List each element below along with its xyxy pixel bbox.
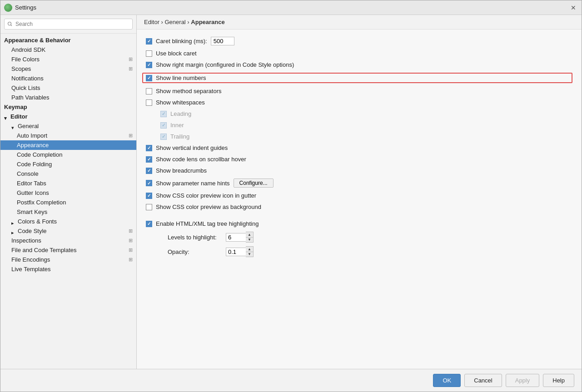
sidebar: Appearance & Behavior Android SDK File C… bbox=[0, 15, 137, 369]
sidebar-item-file-encodings[interactable]: File Encodings ⊞ bbox=[0, 255, 136, 264]
sidebar-item-console[interactable]: Console bbox=[0, 169, 136, 179]
sidebar-item-appearance-behavior: Appearance & Behavior bbox=[0, 35, 136, 45]
item-label: Keymap bbox=[4, 104, 27, 110]
sidebar-item-smart-keys[interactable]: Smart Keys bbox=[0, 207, 136, 217]
breadcrumb: Editor › General › Appearance bbox=[137, 15, 582, 30]
line-numbers-label: Show line numbers bbox=[156, 74, 206, 81]
badge-icon: ⊞ bbox=[129, 247, 133, 253]
opacity-input[interactable] bbox=[226, 248, 246, 256]
item-label: Scopes bbox=[11, 65, 31, 72]
right-margin-checkbox[interactable] bbox=[146, 62, 152, 68]
sidebar-item-notifications[interactable]: Notifications bbox=[0, 74, 136, 83]
item-label: Quick Lists bbox=[11, 84, 40, 91]
html-xml-highlight-row: Enable HTML/XML tag tree highlighting bbox=[146, 220, 572, 227]
sidebar-item-scopes[interactable]: Scopes ⊞ bbox=[0, 64, 136, 74]
code-lens-checkbox[interactable] bbox=[146, 156, 152, 163]
levels-increment-button[interactable]: ▲ bbox=[246, 232, 253, 237]
badge-icon: ⊞ bbox=[129, 228, 133, 234]
vertical-indent-label: Show vertical indent guides bbox=[156, 144, 228, 151]
caret-blinking-checkbox[interactable] bbox=[146, 38, 152, 45]
vertical-indent-checkbox[interactable] bbox=[146, 145, 152, 151]
opacity-decrement-button[interactable]: ▼ bbox=[246, 252, 253, 257]
caret-blinking-row: Caret blinking (ms): bbox=[146, 37, 572, 45]
ok-button[interactable]: OK bbox=[433, 374, 461, 387]
sidebar-item-general[interactable]: General bbox=[0, 121, 136, 131]
whitespaces-label: Show whitespaces bbox=[156, 99, 205, 106]
leading-label: Leading bbox=[170, 110, 191, 117]
item-label: File and Code Templates bbox=[11, 247, 77, 253]
param-hints-label: Show parameter name hints bbox=[156, 180, 230, 187]
configure-button[interactable]: Configure... bbox=[234, 179, 274, 188]
sidebar-item-gutter-icons[interactable]: Gutter Icons bbox=[0, 188, 136, 198]
sidebar-item-quick-lists[interactable]: Quick Lists bbox=[0, 83, 136, 93]
opacity-increment-button[interactable]: ▲ bbox=[246, 247, 253, 252]
sidebar-item-inspections[interactable]: Inspections ⊞ bbox=[0, 236, 136, 245]
html-xml-highlight-checkbox[interactable] bbox=[146, 221, 152, 227]
block-caret-label: Use block caret bbox=[156, 50, 197, 57]
trailing-row: Trailing bbox=[160, 133, 572, 140]
breadcrumbs-label: Show breadcrumbs bbox=[156, 167, 207, 174]
leading-checkbox[interactable] bbox=[160, 111, 167, 117]
sidebar-item-live-templates[interactable]: Live Templates bbox=[0, 264, 136, 274]
line-numbers-checkbox[interactable] bbox=[146, 75, 152, 81]
whitespaces-checkbox[interactable] bbox=[146, 99, 152, 106]
method-separators-checkbox[interactable] bbox=[146, 88, 152, 94]
sidebar-item-keymap[interactable]: Keymap bbox=[0, 102, 136, 112]
leading-row: Leading bbox=[160, 110, 572, 117]
css-color-background-checkbox[interactable] bbox=[146, 204, 152, 210]
badge-icon: ⊞ bbox=[129, 133, 133, 139]
item-label: Gutter Icons bbox=[17, 189, 49, 196]
sidebar-item-file-code-templates[interactable]: File and Code Templates ⊞ bbox=[0, 245, 136, 255]
expand-arrow-icon bbox=[4, 114, 9, 119]
block-caret-row: Use block caret bbox=[146, 50, 572, 57]
inner-checkbox[interactable] bbox=[160, 122, 167, 129]
sidebar-item-code-style[interactable]: Code Style ⊞ bbox=[0, 226, 136, 236]
item-label: Console bbox=[17, 170, 39, 177]
opacity-spinner: ▲ ▼ bbox=[226, 246, 254, 257]
search-input[interactable] bbox=[4, 19, 133, 30]
breadcrumbs-checkbox[interactable] bbox=[146, 168, 152, 174]
inner-row: Inner bbox=[160, 122, 572, 129]
sidebar-item-editor-tabs[interactable]: Editor Tabs bbox=[0, 179, 136, 188]
main-area: Appearance & Behavior Android SDK File C… bbox=[0, 15, 582, 369]
css-color-preview-checkbox[interactable] bbox=[146, 193, 152, 199]
block-caret-checkbox[interactable] bbox=[146, 50, 152, 57]
help-button[interactable]: Help bbox=[543, 374, 574, 387]
item-label: Inspections bbox=[11, 237, 41, 244]
trailing-checkbox[interactable] bbox=[160, 134, 167, 140]
levels-decrement-button[interactable]: ▼ bbox=[246, 237, 253, 242]
sidebar-item-code-folding[interactable]: Code Folding bbox=[0, 159, 136, 169]
sidebar-item-appearance[interactable]: Appearance bbox=[0, 140, 136, 150]
sidebar-item-auto-import[interactable]: Auto Import ⊞ bbox=[0, 131, 136, 140]
cancel-button[interactable]: Cancel bbox=[464, 374, 502, 387]
badge-icon: ⊞ bbox=[129, 238, 133, 243]
item-label: File Encodings bbox=[11, 256, 50, 263]
param-hints-checkbox[interactable] bbox=[146, 180, 152, 186]
sidebar-item-path-variables[interactable]: Path Variables bbox=[0, 93, 136, 102]
sidebar-item-editor[interactable]: Editor bbox=[0, 112, 136, 121]
levels-input[interactable] bbox=[226, 233, 246, 242]
separator bbox=[146, 215, 572, 220]
apply-button[interactable]: Apply bbox=[506, 374, 540, 387]
settings-panel: Caret blinking (ms): Use block caret Sho… bbox=[137, 30, 582, 369]
trailing-label: Trailing bbox=[170, 133, 189, 140]
sidebar-item-file-colors[interactable]: File Colors ⊞ bbox=[0, 55, 136, 64]
item-label: Code Completion bbox=[17, 151, 62, 158]
sidebar-item-code-completion[interactable]: Code Completion bbox=[0, 150, 136, 159]
sidebar-item-postfix-completion[interactable]: Postfix Completion bbox=[0, 198, 136, 207]
item-label: File Colors bbox=[11, 56, 40, 63]
close-button[interactable]: ✕ bbox=[569, 3, 578, 12]
sidebar-item-android-sdk[interactable]: Android SDK bbox=[0, 45, 136, 55]
css-color-background-label: Show CSS color preview as background bbox=[156, 203, 261, 210]
badge-icon: ⊞ bbox=[129, 257, 133, 263]
inner-label: Inner bbox=[170, 122, 184, 129]
item-label: Path Variables bbox=[11, 94, 50, 101]
css-color-preview-row: Show CSS color preview icon in gutter bbox=[146, 192, 572, 199]
sidebar-item-colors-fonts[interactable]: Colors & Fonts bbox=[0, 217, 136, 226]
breadcrumbs-row: Show breadcrumbs bbox=[146, 167, 572, 174]
whitespaces-row: Show whitespaces bbox=[146, 99, 572, 106]
line-numbers-row: Show line numbers bbox=[142, 73, 572, 83]
window-title: Settings bbox=[15, 4, 36, 11]
caret-blinking-input[interactable] bbox=[211, 37, 234, 45]
expand-arrow-icon bbox=[11, 124, 16, 129]
